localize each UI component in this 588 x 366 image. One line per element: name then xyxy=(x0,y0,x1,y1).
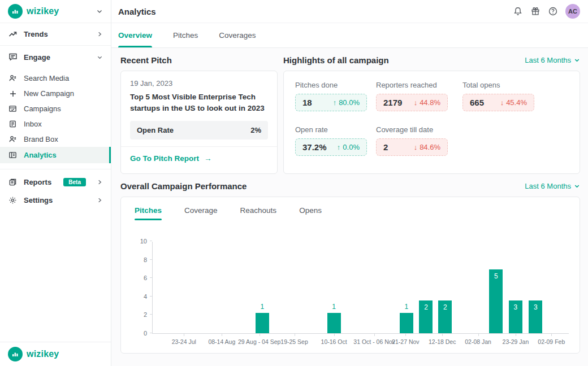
trending-up-icon xyxy=(8,30,18,39)
highlights-period-dropdown[interactable]: Last 6 Months xyxy=(525,56,580,64)
y-axis-tick-label: 8 xyxy=(144,256,147,263)
bar-value-label: 1 xyxy=(327,303,341,311)
x-axis-tick-label: 23-24 Jul xyxy=(172,338,196,345)
topbar: Analytics AC xyxy=(111,0,588,23)
y-axis-tick xyxy=(150,277,152,278)
tab-coverages[interactable]: Coverages xyxy=(219,23,256,47)
bar-value-label: 3 xyxy=(529,303,542,311)
engage-submenu: Search Media New Campaign Campaigns Inbo… xyxy=(0,68,111,169)
y-axis-tick-label: 6 xyxy=(144,274,147,281)
chart-bar[interactable]: 3 xyxy=(509,300,522,333)
content: Recent Pitch 19 Jan, 2023 Top 5 Most Vis… xyxy=(111,48,588,366)
sidebar-item-brand-box[interactable]: Brand Box xyxy=(0,132,111,147)
performance-card: Pitches Coverage Reachouts Opens 0246810… xyxy=(120,197,580,354)
x-axis-tick xyxy=(516,334,516,336)
plus-icon xyxy=(8,90,18,98)
x-axis-tick-label: 10-16 Oct xyxy=(321,338,347,345)
chart-bar[interactable]: 3 xyxy=(529,300,542,333)
x-axis-tick xyxy=(405,334,406,336)
bar-value-label: 3 xyxy=(509,303,522,311)
pitch-title: Top 5 Most Visible Enterprise Tech start… xyxy=(130,91,268,114)
chevron-down-icon[interactable] xyxy=(96,8,103,15)
chevron-down-icon xyxy=(574,183,580,189)
highlights-heading: Highlights of all campaign xyxy=(283,55,389,65)
bell-icon[interactable] xyxy=(513,6,523,16)
sidebar-item-reports[interactable]: Reports Beta xyxy=(0,173,111,191)
brand-logo-footer: wizikey xyxy=(8,347,59,361)
avatar[interactable]: AC xyxy=(565,4,580,19)
recent-pitch-card: 19 Jan, 2023 Top 5 Most Visible Enterpri… xyxy=(120,71,278,174)
gift-icon[interactable] xyxy=(530,6,541,16)
go-to-pitch-report-link[interactable]: Go To Pitch Report → xyxy=(130,154,212,163)
inbox-doc-icon xyxy=(8,120,18,128)
analytics-panel-icon xyxy=(8,151,18,159)
sidebar-item-new-campaign[interactable]: New Campaign xyxy=(0,86,111,101)
metric-coverage-till-date: Coverage till date 2 ↓84.6% xyxy=(376,125,462,156)
chart-bar[interactable]: 1 xyxy=(256,313,269,333)
chat-bubble-icon xyxy=(8,53,18,62)
chevron-right-icon xyxy=(97,31,103,37)
chart-tab-pitches[interactable]: Pitches xyxy=(135,206,162,220)
sidebar-item-label: Reports xyxy=(24,178,51,186)
arrow-down-icon: ↓ xyxy=(500,98,504,107)
topbar-actions: AC xyxy=(513,4,580,19)
report-doc-icon xyxy=(8,178,18,186)
chart-bar[interactable]: 5 xyxy=(489,269,503,333)
metric-pill: 2 ↓84.6% xyxy=(376,138,448,156)
y-axis-tick xyxy=(150,241,152,241)
sidebar-item-analytics[interactable]: Analytics xyxy=(0,147,111,163)
campaign-card-icon xyxy=(8,104,18,113)
sidebar-item-label: Brand Box xyxy=(24,135,58,143)
y-axis-tick xyxy=(150,333,152,333)
arrow-down-icon: ↓ xyxy=(414,98,418,107)
sidebar-item-label: Campaigns xyxy=(24,104,61,113)
workspace-switcher[interactable]: wizikey xyxy=(0,0,111,23)
tab-overview[interactable]: Overview xyxy=(118,23,152,47)
help-circle-icon[interactable] xyxy=(548,6,558,16)
chevron-down-icon xyxy=(574,57,580,63)
sidebar-item-engage[interactable]: Engage xyxy=(0,46,111,68)
chart-bar[interactable]: 2 xyxy=(438,300,452,333)
chart-bar[interactable]: 2 xyxy=(419,300,433,333)
performance-period-dropdown[interactable]: Last 6 Months xyxy=(525,182,580,190)
sidebar-item-label: Engage xyxy=(24,53,50,62)
x-axis-tick-label: 02-09 Feb xyxy=(538,338,565,345)
bar-value-label: 2 xyxy=(419,303,433,311)
chart-bar[interactable]: 1 xyxy=(400,313,413,333)
open-rate-value: 2% xyxy=(250,126,261,134)
sidebar-footer: wizikey xyxy=(0,342,111,366)
x-axis-tick xyxy=(551,334,552,336)
x-axis-tick xyxy=(295,334,295,336)
sidebar-item-label: Analytics xyxy=(24,151,57,159)
chart-tab-reachouts[interactable]: Reachouts xyxy=(240,206,277,220)
bar-chart: 024681023-24 Jul08-14 Aug29 Aug - 04 Sep… xyxy=(152,242,568,334)
x-axis-tick-label: 23-29 Jan xyxy=(503,338,529,345)
bar-value-label: 2 xyxy=(438,303,452,311)
chart-tab-coverage[interactable]: Coverage xyxy=(184,206,218,220)
x-axis-tick xyxy=(334,334,335,336)
pitch-date: 19 Jan, 2023 xyxy=(130,79,268,88)
metric-pill: 37.2% ↑0.0% xyxy=(295,138,367,156)
users-icon xyxy=(8,74,18,82)
chart-bar[interactable]: 1 xyxy=(327,313,341,333)
bar-value-label: 1 xyxy=(400,303,413,311)
sidebar-item-settings[interactable]: Settings xyxy=(0,191,111,209)
chevron-right-icon xyxy=(97,197,103,203)
bar-value-label: 1 xyxy=(256,303,269,311)
chart-tab-opens[interactable]: Opens xyxy=(299,206,322,220)
arrow-down-icon: ↓ xyxy=(414,143,418,151)
tab-pitches[interactable]: Pitches xyxy=(173,23,198,47)
sidebar-item-trends[interactable]: Trends xyxy=(0,23,111,46)
users-icon xyxy=(8,135,18,143)
sidebar-item-campaigns[interactable]: Campaigns xyxy=(0,101,111,116)
arrow-up-icon: ↑ xyxy=(337,143,341,151)
brand-name: wizikey xyxy=(27,349,59,359)
y-axis-tick xyxy=(150,296,152,297)
sidebar-item-inbox[interactable]: Inbox xyxy=(0,116,111,132)
metric-reporters-reached: Reporters reached 2179 ↓44.8% xyxy=(376,81,462,111)
sidebar-item-search-media[interactable]: Search Media xyxy=(0,71,111,86)
recent-pitch-heading: Recent Pitch xyxy=(120,55,172,65)
x-axis-tick-label: 12-18 Dec xyxy=(429,338,456,345)
sidebar-item-label: Search Media xyxy=(24,74,69,82)
sidebar-bottom-section: Reports Beta Settings xyxy=(0,169,111,209)
